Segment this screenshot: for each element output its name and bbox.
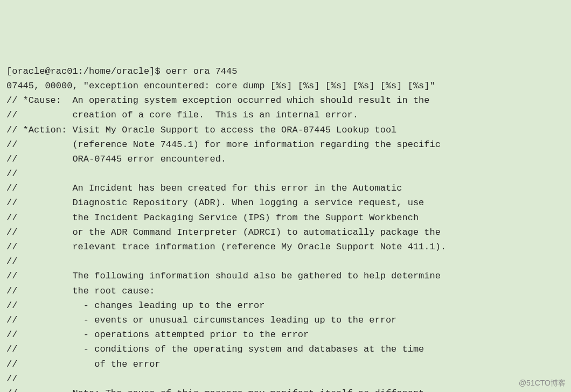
terminal-line: // ORA-07445 error encountered.: [6, 152, 565, 166]
terminal-line: //: [6, 254, 565, 269]
terminal-line: // or the ADR Command Interpreter (ADRCI…: [6, 225, 565, 240]
terminal-line: // Diagnostic Repository (ADR). When log…: [6, 195, 565, 210]
terminal-line: // - changes leading up to the error: [6, 298, 565, 313]
terminal-line: //: [6, 372, 565, 386]
terminal-line: // creation of a core file. This is an i…: [6, 108, 565, 122]
terminal-line: // of the error: [6, 357, 565, 372]
terminal-line: // relevant trace information (reference…: [6, 240, 565, 254]
watermark-text: @51CTO博客: [519, 377, 566, 389]
terminal-line: // - conditions of the operating system …: [6, 342, 565, 356]
terminal-line: // - events or unusual circumstances lea…: [6, 313, 565, 327]
terminal-line: // *Action: Visit My Oracle Support to a…: [6, 123, 565, 137]
terminal-line: // - operations attempted prior to the e…: [6, 327, 565, 342]
terminal-line: // An Incident has been created for this…: [6, 181, 565, 195]
terminal-line: 07445, 00000, "exception encountered: co…: [6, 79, 565, 93]
terminal-line: // the Incident Packaging Service (IPS) …: [6, 211, 565, 225]
terminal-line: // The following information should also…: [6, 269, 565, 283]
terminal-output: [oracle@rac01:/home/oracle]$ oerr ora 74…: [6, 64, 565, 392]
terminal-line: // the root cause:: [6, 284, 565, 298]
terminal-line: // *Cause: An operating system exception…: [6, 93, 565, 108]
terminal-line: // (reference Note 7445.1) for more info…: [6, 137, 565, 152]
terminal-line: [oracle@rac01:/home/oracle]$ oerr ora 74…: [6, 64, 565, 79]
terminal-line: // Note: The cause of this message may m…: [6, 386, 565, 392]
terminal-line: //: [6, 166, 565, 181]
